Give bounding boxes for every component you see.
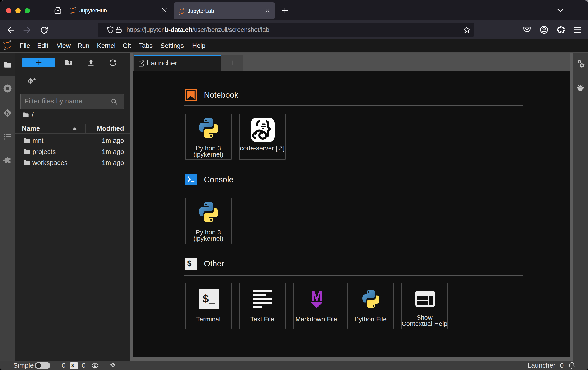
svg-text:M: M bbox=[311, 289, 323, 304]
